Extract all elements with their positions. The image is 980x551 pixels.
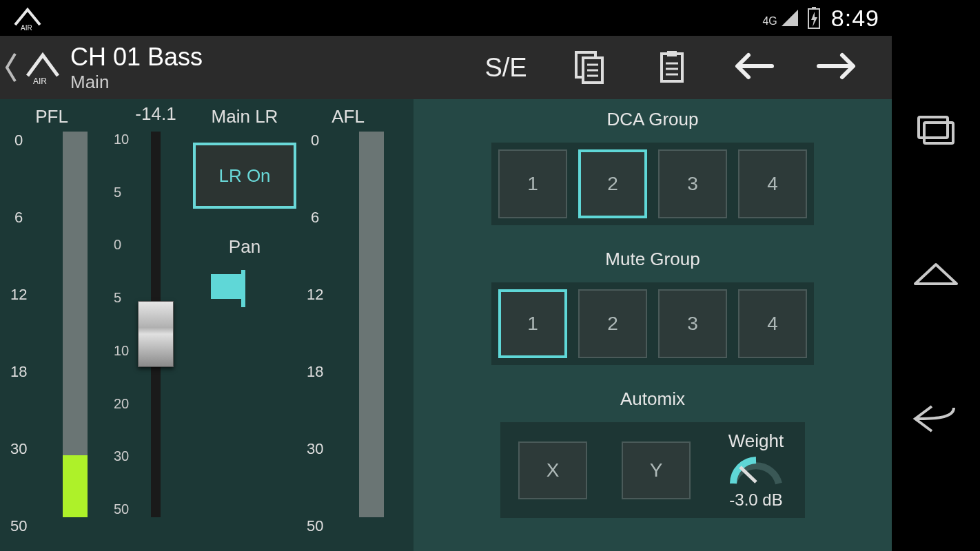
- afl-meter-track[interactable]: 0612183050: [307, 132, 389, 517]
- pan-label: Pan: [193, 236, 296, 258]
- pfl-meter: PFL 0612183050: [0, 106, 103, 540]
- back-icon: [911, 426, 961, 437]
- dca-button-2[interactable]: 2: [578, 149, 647, 218]
- dca-group: DCA Group 1234: [491, 109, 815, 225]
- mute-group: Mute Group 1234: [491, 249, 815, 365]
- arrow-left-icon: [732, 50, 776, 85]
- xair-notification-icon: AIR: [12, 4, 43, 32]
- prev-channel-button[interactable]: [713, 36, 795, 99]
- automix-y-button[interactable]: Y: [622, 441, 691, 499]
- automix-group: Automix X Y Weight -3.0 dB: [491, 388, 815, 518]
- weight-value: -3.0 dB: [725, 490, 787, 510]
- android-navbar: [892, 0, 980, 551]
- svg-text:AIR: AIR: [21, 24, 32, 32]
- dca-button-4[interactable]: 4: [738, 149, 807, 218]
- battery-icon: [806, 6, 821, 30]
- fader-knob[interactable]: [138, 301, 174, 367]
- recents-button[interactable]: [915, 113, 957, 147]
- pfl-label: PFL: [0, 106, 103, 127]
- back-nav-button[interactable]: [911, 402, 961, 438]
- mute-group-title: Mute Group: [491, 249, 815, 270]
- mute-button-4[interactable]: 4: [738, 289, 807, 358]
- channel-subtitle: Main: [70, 72, 203, 93]
- afl-label: AFL: [296, 106, 400, 127]
- svg-rect-10: [667, 51, 677, 56]
- fader-value: -14.1: [114, 103, 197, 125]
- android-statusbar: AIR 4G 8:49: [0, 0, 892, 36]
- weight-label: Weight: [725, 430, 787, 452]
- pfl-meter-track[interactable]: 0612183050: [10, 132, 93, 517]
- mute-button-2[interactable]: 2: [578, 289, 647, 358]
- next-channel-button[interactable]: [795, 36, 878, 99]
- paste-button[interactable]: [630, 36, 713, 99]
- mute-button-1[interactable]: 1: [498, 289, 567, 358]
- main-lr-label: Main LR: [193, 106, 296, 127]
- afl-meter: AFL 0612183050: [296, 106, 400, 540]
- automix-x-button[interactable]: X: [518, 441, 587, 499]
- automix-weight-knob[interactable]: Weight -3.0 dB: [725, 430, 787, 510]
- home-button[interactable]: [911, 258, 961, 292]
- svg-rect-2: [812, 7, 816, 10]
- pan-control[interactable]: [193, 273, 296, 300]
- dca-group-title: DCA Group: [491, 109, 815, 130]
- xair-logo-icon: AIR: [22, 47, 63, 88]
- recents-icon: [915, 135, 957, 147]
- right-panel: DCA Group 1234 Mute Group 1234 Automix X…: [414, 99, 892, 551]
- dca-button-1[interactable]: 1: [498, 149, 567, 218]
- arrow-right-icon: [815, 50, 859, 85]
- content-area: PFL 0612183050 -14.1 1050510203050 Main …: [0, 99, 892, 551]
- channel-title: CH 01 Bass: [70, 43, 203, 72]
- se-button[interactable]: S/E: [465, 36, 547, 99]
- copy-button[interactable]: [547, 36, 630, 99]
- mute-button-3[interactable]: 3: [658, 289, 727, 358]
- svg-rect-9: [662, 54, 682, 81]
- automix-title: Automix: [491, 388, 815, 410]
- statusbar-clock: 8:49: [831, 5, 879, 32]
- actionbar: AIR CH 01 Bass Main S/E: [0, 36, 892, 99]
- lr-on-button[interactable]: LR On: [193, 143, 296, 209]
- svg-text:AIR: AIR: [33, 76, 47, 85]
- left-panel: PFL 0612183050 -14.1 1050510203050 Main …: [0, 99, 414, 551]
- channel-fader[interactable]: -14.1 1050510203050: [114, 103, 197, 544]
- back-button[interactable]: [0, 36, 22, 99]
- copy-icon: [569, 47, 608, 88]
- network-4g-icon: 4G: [762, 8, 799, 28]
- main-lr-column: Main LR LR On Pan: [193, 106, 296, 300]
- dca-button-3[interactable]: 3: [658, 149, 727, 218]
- home-icon: [911, 280, 961, 291]
- clipboard-icon: [652, 47, 691, 88]
